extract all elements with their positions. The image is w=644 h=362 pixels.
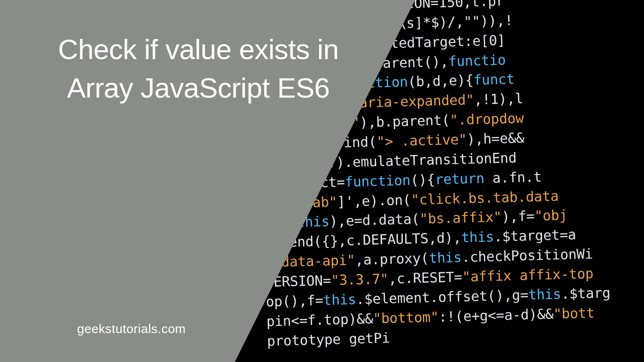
code-line: prototype getPi (267, 329, 390, 349)
site-watermark: geekstutorials.com (77, 322, 186, 336)
article-title: Check if value exists in Array JavaScrip… (29, 30, 368, 108)
